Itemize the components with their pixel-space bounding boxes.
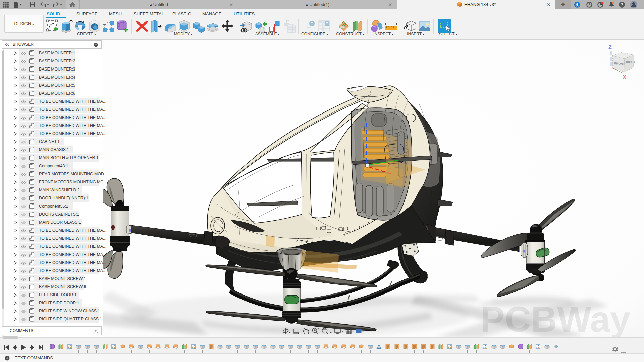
svg-text:Z: Z bbox=[608, 44, 612, 50]
svg-text:X: X bbox=[623, 74, 627, 80]
svg-text:?: ? bbox=[621, 2, 623, 7]
svg-text:RIGHT: RIGHT bbox=[626, 60, 635, 64]
